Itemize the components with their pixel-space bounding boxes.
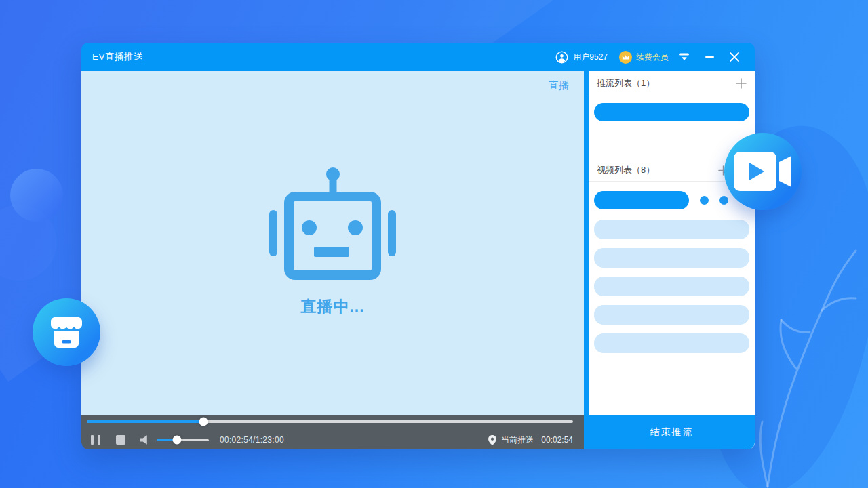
video-item-row	[589, 191, 755, 209]
app-window: EV直播推送 用户9527	[81, 43, 755, 449]
close-button[interactable]	[725, 48, 744, 66]
plus-icon	[736, 78, 747, 89]
user-account-button[interactable]: 用户9527	[555, 51, 608, 64]
live-mode-label: 直播	[549, 79, 569, 92]
panel-divider	[584, 71, 589, 449]
indicator-dot	[719, 196, 728, 205]
stream-list-title: 推流列表（1）	[597, 77, 654, 89]
video-item[interactable]	[594, 220, 749, 239]
titlebar: EV直播推送 用户9527	[81, 43, 755, 71]
sidebar: 推流列表（1） 视频列表（8）	[589, 71, 755, 449]
stream-list-header: 推流列表（1）	[589, 71, 755, 96]
minimize-icon	[705, 56, 714, 58]
hide-to-tray-button[interactable]	[675, 48, 694, 66]
volume-slider[interactable]	[157, 439, 209, 441]
robot-icon	[269, 167, 396, 280]
video-item[interactable]	[594, 305, 749, 325]
close-icon	[730, 52, 739, 62]
video-camera-badge[interactable]	[724, 133, 802, 210]
location-pin-icon	[488, 435, 496, 445]
renew-membership-button[interactable]: 续费会员	[619, 51, 669, 64]
desktop-background: EV直播推送 用户9527	[0, 0, 868, 488]
current-push-time: 00:02:54	[541, 435, 573, 445]
stop-button[interactable]	[116, 435, 125, 445]
progress-handle[interactable]	[199, 418, 208, 426]
volume-icon[interactable]	[140, 435, 151, 445]
end-push-button[interactable]: 结束推流	[589, 415, 755, 449]
playing-indicator-dots	[700, 196, 728, 205]
storefront-icon	[50, 317, 83, 348]
minimize-button[interactable]	[700, 48, 719, 66]
add-stream-button[interactable]	[736, 78, 747, 89]
video-item[interactable]	[594, 333, 749, 353]
crown-icon	[619, 51, 632, 64]
video-camera-icon	[734, 152, 792, 191]
volume-handle[interactable]	[173, 436, 182, 445]
playback-time: 00:02:54/1:23:00	[220, 435, 284, 445]
video-list-title: 视频列表（8）	[597, 164, 654, 176]
indicator-dot	[700, 196, 709, 205]
window-title: EV直播推送	[92, 51, 143, 63]
avatar-icon	[555, 51, 568, 64]
store-badge[interactable]	[33, 298, 100, 366]
video-item-selected[interactable]	[594, 191, 689, 209]
progress-fill	[87, 420, 203, 423]
video-item[interactable]	[594, 248, 749, 268]
video-list	[589, 182, 755, 415]
video-item[interactable]	[594, 277, 749, 296]
pause-button[interactable]	[91, 435, 106, 445]
vip-label: 续费会员	[636, 52, 669, 63]
current-push-label: 当前推送	[501, 434, 534, 446]
progress-bar[interactable]	[87, 420, 573, 423]
tray-icon	[679, 53, 690, 61]
username-label: 用户9527	[573, 52, 608, 63]
live-status-text: 直播中...	[300, 296, 364, 317]
live-preview-area: 直播	[81, 71, 584, 415]
stream-item[interactable]	[594, 103, 749, 121]
background-circle	[10, 169, 63, 222]
player-control-bar: 00:02:54/1:23:00 当前推送 00:02:54	[81, 415, 584, 449]
